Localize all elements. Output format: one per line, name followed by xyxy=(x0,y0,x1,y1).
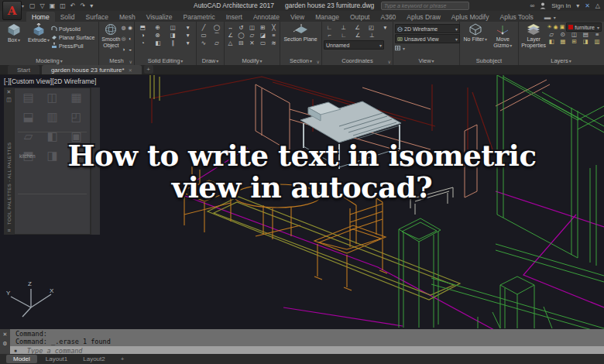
draw-tool-icon[interactable]: ▭ xyxy=(198,33,209,39)
box-tool-button[interactable]: Box xyxy=(2,23,26,56)
ucs-tool-icon[interactable]: ∟ xyxy=(338,33,349,39)
viewport-controls-label[interactable]: [-][Custom View][2D Wireframe] xyxy=(4,77,96,85)
solid-editing-tool-icon[interactable]: ∥ xyxy=(166,40,180,46)
layer-tool-icon[interactable]: ◫ xyxy=(570,32,579,38)
command-close-icon[interactable]: ✕ xyxy=(3,331,8,338)
panel-footer-view[interactable]: View xyxy=(393,57,459,65)
quick-access-icon[interactable]: ▽ xyxy=(40,2,45,9)
mesh-tool-icon[interactable]: ◎ xyxy=(122,36,126,45)
palette-close-icon[interactable]: ✕ xyxy=(7,89,12,95)
mesh-tool-icon[interactable]: ◑ xyxy=(122,46,126,56)
visual-style-combo[interactable]: 2D Wireframe xyxy=(395,24,460,33)
solid-editing-tool-icon[interactable]: ◫ xyxy=(166,25,180,31)
move-gizmo-button[interactable]: Move Gizmo xyxy=(490,23,515,56)
panel-footer-layers[interactable]: Layers xyxy=(519,57,603,65)
file-tab-close-icon[interactable]: ✕ xyxy=(129,67,132,73)
palette-properties-icon[interactable]: ≡ xyxy=(7,228,10,233)
tab-manage[interactable]: Manage xyxy=(310,12,345,22)
ucs-tool-icon[interactable]: ⊥ xyxy=(366,33,378,39)
modify-tool-icon[interactable]: ≋ xyxy=(269,40,278,46)
ucs-named-combo[interactable]: Unnamed xyxy=(324,40,384,50)
modify-tool-icon[interactable]: ▱ xyxy=(248,33,256,39)
layer-tool-icon[interactable]: ◧ xyxy=(547,39,556,45)
tab-annotate[interactable]: Annotate xyxy=(248,12,285,22)
tab-aplus-modify[interactable]: Aplus Modify xyxy=(446,12,495,22)
help-search-box[interactable] xyxy=(381,2,469,10)
layer-tool-icon[interactable]: ▥ xyxy=(592,39,602,45)
quick-access-icon[interactable]: ▣ xyxy=(50,2,56,9)
draw-tool-icon[interactable]: ◯ xyxy=(211,25,222,31)
panel-footer-section[interactable]: Section xyxy=(280,57,321,65)
solid-editing-tool-icon[interactable]: ◧ xyxy=(152,40,165,46)
solid-editing-tool-icon[interactable]: ▾ xyxy=(182,40,195,46)
quick-access-icon[interactable]: ▢ xyxy=(29,2,36,9)
no-filter-button[interactable]: No Filter xyxy=(463,23,488,56)
ucs-tool-icon[interactable]: ⊥ xyxy=(338,25,349,31)
tab-output[interactable]: Output xyxy=(345,12,376,22)
ucs-tool-icon[interactable]: ▾ xyxy=(379,25,391,31)
modify-tool-icon[interactable]: ∠ xyxy=(226,33,235,39)
sign-in-button[interactable]: Sign In xyxy=(551,2,571,9)
draw-tool-icon[interactable]: ▱ xyxy=(211,40,222,46)
quick-access-icon[interactable]: ◫ xyxy=(60,2,66,9)
palette-item-thumbnail[interactable]: ▦ xyxy=(65,91,88,104)
application-menu-caret-icon[interactable]: ▾ xyxy=(22,3,24,9)
layer-state-icon[interactable]: ▣ xyxy=(560,24,565,30)
layer-tool-icon[interactable]: ▱ xyxy=(547,32,556,38)
layer-tool-icon[interactable]: ≡ xyxy=(592,32,602,38)
solid-editing-tool-icon[interactable]: ▾ xyxy=(182,33,195,39)
ribbon-display-icon[interactable]: ▬ xyxy=(539,12,561,22)
layer-tool-icon[interactable]: ▤ xyxy=(582,32,591,38)
file-tab-current-drawing[interactable]: garden house 23 furniture* ✕ xyxy=(42,65,142,74)
file-tab-start[interactable]: Start xyxy=(8,65,39,74)
panel-footer-solid-editing[interactable]: Solid Editing xyxy=(135,57,196,65)
tab-aplus-tools[interactable]: Aplus Tools xyxy=(494,12,538,22)
exchange-apps-icon[interactable]: ∞ xyxy=(530,2,535,9)
solid-editing-tool-icon[interactable]: ⬒ xyxy=(136,25,149,31)
command-customize-icon[interactable]: ⚙ xyxy=(2,341,7,347)
quick-access-icon[interactable]: ↶ xyxy=(70,2,76,9)
mesh-dialog-launcher-icon[interactable]: ∨ xyxy=(129,59,132,64)
model-viewport[interactable]: Y Z X [-][Custom View][2D Wireframe] ✕ ◫… xyxy=(0,75,604,329)
palette-item-thumbnail[interactable]: ▤ xyxy=(17,91,39,104)
solid-editing-tool-icon[interactable]: ▾ xyxy=(182,25,195,31)
tab-surface[interactable]: Surface xyxy=(81,12,114,22)
modify-tool-icon[interactable]: △ xyxy=(226,40,235,46)
panel-footer-coordinates[interactable]: Coordinates xyxy=(322,57,393,65)
solid-editing-tool-icon[interactable]: ⊗ xyxy=(152,33,165,39)
mesh-tool-icon[interactable]: ◍ xyxy=(122,25,126,34)
ucs-tool-icon[interactable]: ◰ xyxy=(365,25,377,31)
named-view-combo[interactable]: Unsaved View xyxy=(395,34,460,43)
layer-tool-icon[interactable]: ◨ xyxy=(582,39,591,45)
tab-layout2[interactable]: Layout2 xyxy=(76,355,112,363)
coordinates-dialog-launcher-icon[interactable]: ∨ xyxy=(388,59,391,64)
tab-mesh[interactable]: Mesh xyxy=(114,12,141,22)
press-pull-tool-button[interactable]: Press/Pull xyxy=(51,42,96,50)
planar-surface-tool-button[interactable]: Planar Surface xyxy=(51,33,96,41)
draw-tool-icon[interactable]: ⌒ xyxy=(211,33,222,39)
modify-tool-icon[interactable]: ⊞ xyxy=(259,25,267,31)
smooth-object-button[interactable]: Smooth Object xyxy=(101,23,122,56)
modify-tool-icon[interactable]: ▭ xyxy=(259,40,267,46)
quick-access-icon[interactable]: ▾ xyxy=(90,2,93,9)
ucs-tool-icon[interactable]: ⌐ xyxy=(324,33,335,39)
ucs-tool-icon[interactable]: ∠ xyxy=(352,25,363,31)
ucs-tool-icon[interactable]: ∟ xyxy=(324,25,335,31)
tab-solid[interactable]: Solid xyxy=(55,12,81,22)
draw-tool-icon[interactable]: ∿ xyxy=(198,40,209,46)
tab-parametric[interactable]: Parametric xyxy=(178,12,221,22)
modify-tool-icon[interactable]: ◪ xyxy=(259,33,267,39)
modify-tool-icon[interactable]: ⊟ xyxy=(237,40,245,46)
layer-state-icon[interactable]: ☀ xyxy=(547,24,551,30)
search-input[interactable] xyxy=(382,3,468,9)
new-layout-button[interactable]: + xyxy=(114,355,132,363)
ucs-tool-icon[interactable]: ∠ xyxy=(352,33,364,39)
panel-footer-draw[interactable]: Draw xyxy=(197,57,224,65)
tab-aplus-draw[interactable]: Aplus Draw xyxy=(401,12,445,22)
modify-tool-icon[interactable]: ◯ xyxy=(237,33,245,39)
tab-insert[interactable]: Insert xyxy=(221,12,248,22)
sign-in-caret-icon[interactable]: ▾ xyxy=(576,2,579,9)
modify-tool-icon[interactable]: ≡ xyxy=(269,33,278,39)
solid-editing-tool-icon[interactable]: ⊕ xyxy=(152,25,165,31)
help-corner-icon[interactable]: △ xyxy=(595,2,600,9)
